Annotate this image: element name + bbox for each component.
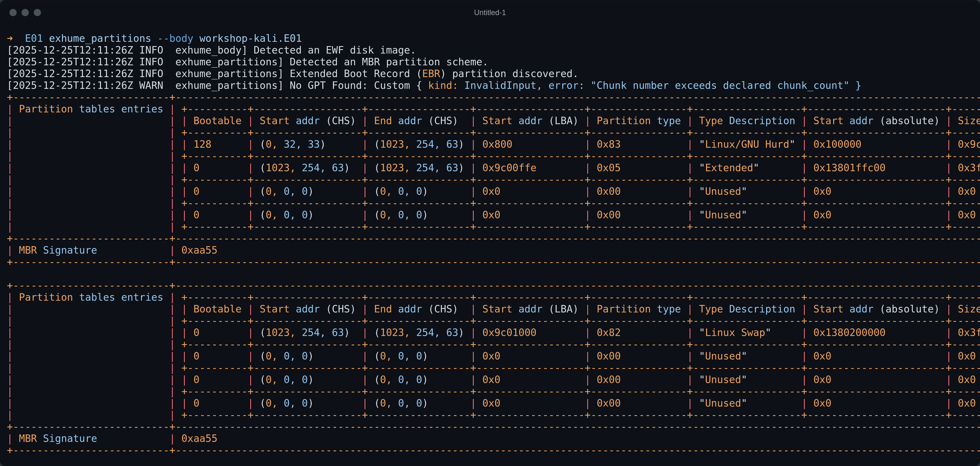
partition-table-2-row-3: | | | 0 | (0, 0, 0) | (0, 0, 0) | 0x0 | … [7, 374, 980, 385]
partition-table-2-header-separator: | | +----------+------------------+-----… [7, 315, 980, 327]
partition-table-2-row-separator: | | +----------+------------------+-----… [7, 338, 980, 350]
partition-table-2-row-separator: | | +----------+------------------+-----… [7, 386, 980, 397]
partition-table-2-row-separator: | | +----------+------------------+-----… [7, 409, 980, 421]
terminal-window: Untitled-1 ➜ E01 exhume_partitions --bod… [0, 0, 980, 466]
partition-table-1-row-separator: | | +----------+------------------+-----… [7, 197, 980, 209]
partition-table-1-bottom-border: +--------------------------+------------… [7, 256, 980, 268]
partition-table-2-row-1: | | | 0 | (1023, 254, 63) | (1023, 254, … [7, 327, 980, 338]
log-line-4: [2025-12-25T12:11:26Z WARN exhume_partit… [7, 80, 861, 91]
partition-table-2-row-4: | | | 0 | (0, 0, 0) | (0, 0, 0) | 0x0 | … [7, 397, 980, 409]
partition-table-2-bottom-border: +--------------------------+------------… [7, 444, 980, 456]
partition-table-1-row-3: | | | 0 | (0, 0, 0) | (0, 0, 0) | 0x0 | … [7, 185, 980, 197]
partition-table-1-inner-top-border: | Partition tables entries | +----------… [7, 103, 980, 115]
partition-table-2-row-separator: | | +----------+------------------+-----… [7, 362, 980, 373]
partition-table-2-divider: +--------------------------+------------… [7, 421, 980, 432]
partition-table-1-row-separator: | | +----------+------------------+-----… [7, 150, 980, 162]
partition-table-1-header-separator: | | +----------+------------------+-----… [7, 127, 980, 138]
partition-table-1-row-separator: | | +----------+------------------+-----… [7, 221, 980, 232]
partition-table-1-top-border: +--------------------------+------------… [7, 91, 980, 103]
partition-table-2-header-row: | | | Bootable | Start addr (CHS) | End … [7, 303, 980, 315]
partition-table-1-mbr-signature-row: | MBR Signature | 0xaa55 | [7, 244, 980, 256]
partition-table-1-row-separator: | | +----------+------------------+-----… [7, 174, 980, 185]
terminal-output: ➜ E01 exhume_partitions --body workshop-… [7, 33, 980, 456]
partition-table-2-top-border: +--------------------------+------------… [7, 280, 980, 291]
titlebar: Untitled-1 [0, 0, 980, 25]
log-line-1: [2025-12-25T12:11:26Z INFO exhume_body] … [7, 44, 416, 56]
window-title: Untitled-1 [0, 8, 980, 17]
terminal[interactable]: ➜ E01 exhume_partitions --body workshop-… [0, 25, 980, 456]
log-line-3: [2025-12-25T12:11:26Z INFO exhume_partit… [7, 68, 579, 80]
partition-table-1-header-row: | | | Bootable | Start addr (CHS) | End … [7, 115, 980, 126]
partition-table-1-divider: +--------------------------+------------… [7, 233, 980, 244]
prompt-line: ➜ E01 exhume_partitions --body workshop-… [7, 33, 302, 44]
partition-table-1-row-1: | | | 128 | (0, 32, 33) | (1023, 254, 63… [7, 139, 980, 150]
partition-table-1-row-4: | | | 0 | (0, 0, 0) | (0, 0, 0) | 0x0 | … [7, 209, 980, 221]
log-line-2: [2025-12-25T12:11:26Z INFO exhume_partit… [7, 56, 488, 68]
partition-table-2-inner-top-border: | Partition tables entries | +----------… [7, 292, 980, 303]
partition-table-2-mbr-signature-row: | MBR Signature | 0xaa55 | [7, 432, 980, 444]
partition-table-2-row-2: | | | 0 | (0, 0, 0) | (0, 0, 0) | 0x0 | … [7, 350, 980, 362]
partition-table-1-row-2: | | | 0 | (1023, 254, 63) | (1023, 254, … [7, 162, 980, 174]
